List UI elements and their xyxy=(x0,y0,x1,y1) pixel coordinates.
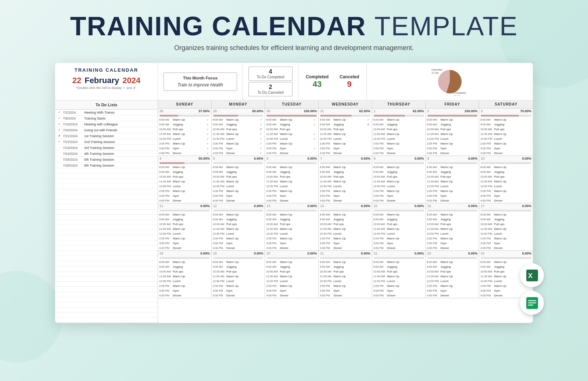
schedule-activity: Lunch xyxy=(333,279,366,283)
todo-empty-row xyxy=(55,261,158,266)
schedule-check: ✓ xyxy=(207,138,210,140)
day-cell: 3 75.00% 8:00 AM Warm Up 9:00 AM Jogging… xyxy=(479,108,533,156)
day-pct: 0.00% xyxy=(308,157,317,160)
schedule-time: 10:00 AM xyxy=(213,270,226,273)
schedule-row: 4:00 PM Dinner xyxy=(426,198,479,203)
schedule-activity: Warm Up xyxy=(387,118,420,121)
schedule-time: 11:00 AM xyxy=(213,132,226,136)
schedule-activity: Warm Up xyxy=(226,189,259,193)
svg-rect-8 xyxy=(528,302,536,303)
todo-date: 7/8/2024 xyxy=(63,117,83,120)
schedule-activity: Gym xyxy=(226,194,259,197)
schedule-time: 12:00 PM xyxy=(320,232,333,235)
schedule-activity: Warm Up xyxy=(387,227,420,231)
schedule-activity: Dinner xyxy=(173,294,206,297)
pct-bar xyxy=(481,257,531,259)
schedule-row: 12:00 PM Lunch xyxy=(319,184,372,189)
schedule-row: 2:00 PM Warm Up xyxy=(372,189,426,193)
page-container: TRAINING CALENDAR TEMPLATE Organizes tra… xyxy=(0,0,588,381)
schedule-time: 12:00 PM xyxy=(480,279,493,283)
schedule-row: 2:00 PM Warm Up xyxy=(158,236,211,241)
day-cell-header: 31 62.50% xyxy=(319,108,372,114)
schedule-time: 12:00 PM xyxy=(427,279,440,283)
schedule-row: 4:00 PM Dinner xyxy=(319,198,372,203)
schedule-activity: Lunch xyxy=(333,137,366,140)
schedule-activity: Lunch xyxy=(333,232,366,235)
schedule-time: 12:00 PM xyxy=(480,137,493,140)
schedule-activity: Warm Up xyxy=(173,165,206,169)
schedule-time: 11:00 AM xyxy=(480,227,493,231)
schedule-activity: Pull ups xyxy=(441,222,474,226)
schedule-check: ✓ xyxy=(260,118,263,121)
schedule-time: 11:00 AM xyxy=(266,275,279,278)
day-cell: 6 0.00% 8:00 AM Warm Up 9:00 AM Jogging … xyxy=(265,156,319,203)
todo-item: ✓ 7/22/2024 2nd Training Session xyxy=(55,139,158,145)
schedule-time: 10:00 AM xyxy=(480,270,493,273)
schedule-time: 8:00 AM xyxy=(320,165,333,169)
excel-icon[interactable]: X xyxy=(520,263,544,287)
schedule-activity: Warm Up xyxy=(441,227,474,231)
sheets-svg xyxy=(526,296,539,310)
schedule-row: 10:00 AM Pull ups ✗ xyxy=(212,127,265,132)
schedule-time: 4:00 PM xyxy=(213,152,226,155)
schedule-row: 9:00 AM Jogging xyxy=(319,170,372,174)
schedule-row: 4:00 PM Dinner xyxy=(426,151,479,156)
schedule-row: 3:00 PM Gym xyxy=(158,241,211,246)
schedule-row: 2:00 PM Warm Up xyxy=(426,284,479,288)
schedule-row: 3:00 PM Gym xyxy=(479,193,533,198)
schedule-row: 11:00 AM Warm Up xyxy=(426,132,479,136)
schedule-time: 9:00 AM xyxy=(320,265,333,268)
pct-fill xyxy=(427,115,478,117)
svg-text:X: X xyxy=(528,272,533,279)
schedule-time: 11:00 AM xyxy=(159,132,172,136)
schedule-activity: Jogging xyxy=(173,265,206,268)
schedule-time: 11:00 AM xyxy=(266,132,279,136)
schedule-activity: Warm Up xyxy=(333,165,366,169)
schedule-row: 10:00 AM Pull ups xyxy=(265,222,318,227)
week-row: 4 50.00% 8:00 AM Warm Up 9:00 AM Jogging… xyxy=(158,156,533,203)
date-month: February xyxy=(85,76,119,85)
day-pct: 50.00% xyxy=(252,109,263,113)
schedule-time: 9:00 AM xyxy=(320,218,333,221)
schedule-time: 4:00 PM xyxy=(427,246,440,250)
schedule-row: 12:00 PM Lunch xyxy=(426,184,479,189)
sheets-icon[interactable] xyxy=(520,291,544,315)
schedule-check: ✓ xyxy=(260,142,263,145)
schedule-row: 9:00 AM Jogging xyxy=(158,264,211,269)
schedule-activity: Warm Up xyxy=(494,165,527,169)
day-cell-header: 10 0.00% xyxy=(479,156,533,161)
schedule-time: 4:00 PM xyxy=(159,199,172,202)
day-number: 31 xyxy=(320,109,324,113)
schedule-activity: Dinner xyxy=(387,152,420,155)
schedule-time: 8:00 AM xyxy=(320,118,333,121)
schedule-row: 11:00 AM Warm Up xyxy=(319,227,372,231)
schedule-activity: Lunch xyxy=(494,232,527,235)
day-header-wed: WEDNESDAY xyxy=(319,100,372,108)
schedule-activity: Dinner xyxy=(387,246,420,250)
schedule-activity: Jogging xyxy=(173,123,206,126)
schedule-time: 11:00 AM xyxy=(427,227,440,231)
day-pct: 0.00% xyxy=(254,252,263,255)
schedule-row: 10:00 AM Pull ups xyxy=(479,222,533,227)
schedule-time: 10:00 AM xyxy=(320,270,333,273)
pct-bar xyxy=(374,210,424,211)
day-cell-header: 7 0.00% xyxy=(319,156,372,161)
schedule-activity: Warm Up xyxy=(333,260,366,264)
schedule-row: 8:00 AM Warm Up xyxy=(265,260,318,264)
schedule-time: 11:00 AM xyxy=(373,180,386,183)
day-cell-header: 21 0.00% xyxy=(319,251,372,256)
schedule-activity: Warm Up xyxy=(441,260,474,264)
schedule-activity: Pull ups xyxy=(226,128,259,131)
day-pct: 0.00% xyxy=(415,157,424,160)
schedule-activity: Warm Up xyxy=(387,213,420,216)
day-cell-header: 11 0.00% xyxy=(158,203,211,209)
schedule-activity: Gym xyxy=(333,147,366,150)
schedule-activity: Pull ups xyxy=(387,222,420,226)
schedule-time: 2:00 PM xyxy=(159,237,172,240)
schedule-row: 10:00 AM Pull ups xyxy=(265,174,318,179)
schedule-row: 3:00 PM Gym xyxy=(479,241,533,246)
schedule-time: 4:00 PM xyxy=(427,199,440,202)
schedule-activity: Jogging xyxy=(226,265,259,268)
schedule-time: 2:00 PM xyxy=(373,284,386,288)
schedule-row: 10:00 AM Pull ups xyxy=(265,269,318,274)
